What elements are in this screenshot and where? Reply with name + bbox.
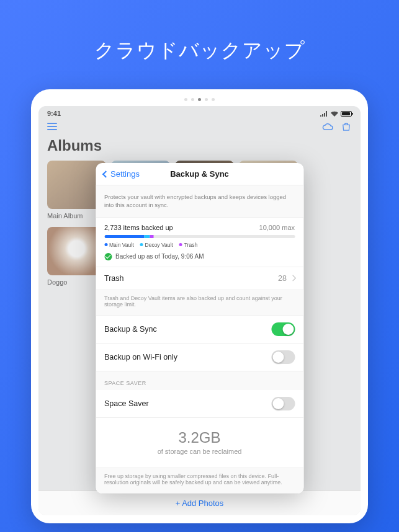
trash-row[interactable]: Trash 28: [96, 267, 303, 290]
tablet-frame: 9:41 Albums Main Album: [31, 89, 368, 523]
modal-description: Protects your vault with encrypted backu…: [96, 185, 303, 218]
wifi-only-label: Backup on Wi-Fi only: [104, 353, 177, 361]
space-saver-label: Space Saver: [104, 399, 149, 408]
hero-title: クラウドバックアップ: [0, 0, 399, 89]
back-button[interactable]: Settings: [103, 169, 140, 179]
chevron-left-icon: [102, 171, 109, 177]
battery-icon: [341, 111, 352, 117]
backup-sync-toggle[interactable]: [271, 322, 295, 336]
storage-progress: [104, 235, 295, 238]
space-sub: of storage can be reclaimed: [104, 448, 295, 455]
space-reclaim-block: 3.2GB of storage can be reclaimed: [96, 418, 303, 468]
wifi-only-row: Backup on Wi-Fi only: [96, 344, 303, 371]
add-photos-button[interactable]: + Add Photos: [38, 490, 361, 515]
items-max: 10,000 max: [259, 224, 295, 231]
trash-count: 28: [278, 274, 287, 283]
space-note: Free up storage by using smaller compres…: [96, 468, 303, 494]
trash-note: Trash and Decoy Vault items are also bac…: [96, 290, 303, 316]
chevron-right-icon: [290, 275, 296, 282]
storage-legend: Main Vault Decoy Vault Trash: [96, 242, 303, 253]
screen: 9:41 Albums Main Album: [38, 106, 361, 515]
trash-label: Trash: [104, 274, 124, 283]
space-size: 3.2GB: [104, 429, 295, 446]
items-backed-up: 2,733 items backed up: [104, 224, 173, 231]
device-notch: [38, 98, 361, 101]
check-icon: [104, 253, 112, 260]
space-saver-header: SPACE SAVER: [96, 371, 303, 390]
space-saver-toggle[interactable]: [271, 397, 295, 410]
space-saver-row: Space Saver: [96, 390, 303, 418]
backup-sync-label: Backup & Sync: [104, 325, 157, 334]
backup-status: Backed up as of Today, 9:06 AM: [96, 253, 303, 267]
wifi-only-toggle[interactable]: [271, 350, 295, 364]
back-label: Settings: [110, 169, 140, 179]
backup-sync-row: Backup & Sync: [96, 316, 303, 344]
backup-sync-modal: Settings Backup & Sync Protects your vau…: [96, 163, 303, 494]
